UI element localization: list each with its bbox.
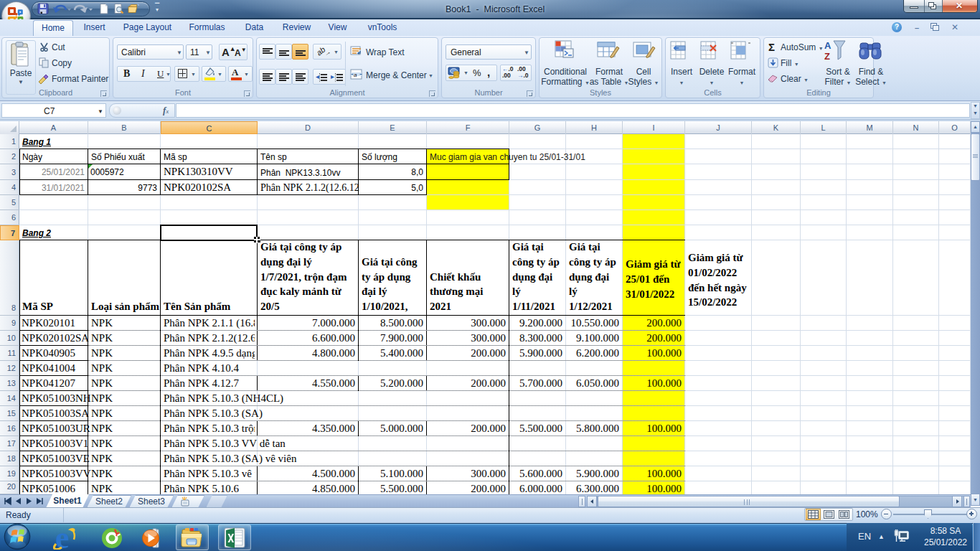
svg-text:A: A (824, 40, 831, 51)
svg-text:a: a (354, 72, 357, 78)
svg-text:e: e (55, 527, 70, 550)
svg-text:Z: Z (824, 51, 830, 62)
